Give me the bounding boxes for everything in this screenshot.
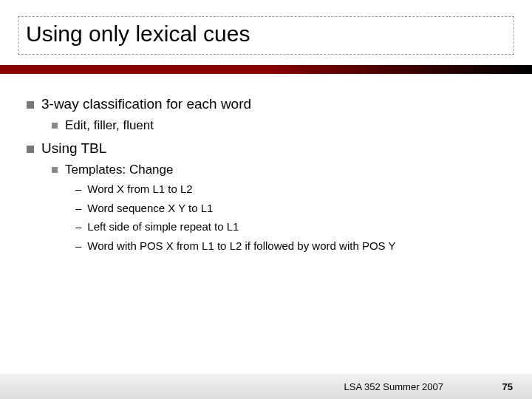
bullet-level3: – Word with POS X from L1 to L2 if follo… [75,239,505,253]
footer-text: LSA 352 Summer 2007 [344,381,443,392]
bullet-level1: Using TBL [27,140,505,157]
bullet-level2: Edit, filler, fluent [52,118,505,133]
bullet-text: Templates: Change [65,163,173,177]
slide-title: Using only lexical cues [26,21,506,47]
bullet-level1: 3-way classification for each word [27,96,505,112]
bullet-text: Edit, filler, fluent [65,118,154,133]
bullet-level3: – Word sequence X Y to L1 [75,201,505,216]
square-bullet-icon [27,146,34,153]
square-bullet-icon [27,101,34,109]
square-bullet-icon [52,123,58,129]
title-container: Using only lexical cues [18,16,514,55]
dash-bullet-icon: – [75,201,81,216]
bullet-text: Word sequence X Y to L1 [87,201,505,216]
bullet-level3: – Left side of simple repeat to L1 [75,219,505,234]
bullet-text: Word with POS X from L1 to L2 if followe… [87,239,505,253]
bullet-text: Word X from L1 to L2 [87,182,505,197]
footer-bar [0,374,532,399]
bullet-level3: – Word X from L1 to L2 [75,182,505,197]
dash-bullet-icon: – [75,219,81,234]
bullet-text: Left side of simple repeat to L1 [87,219,505,234]
dash-bullet-icon: – [75,182,81,197]
page-number: 75 [502,381,513,392]
bullet-text: 3-way classification for each word [41,96,251,112]
gradient-divider [0,65,532,74]
bullet-level2: Templates: Change [52,163,505,177]
slide-content: 3-way classification for each word Edit,… [27,89,505,253]
bullet-text: Using TBL [41,140,106,157]
square-bullet-icon [52,167,58,173]
dash-bullet-icon: – [75,239,81,253]
